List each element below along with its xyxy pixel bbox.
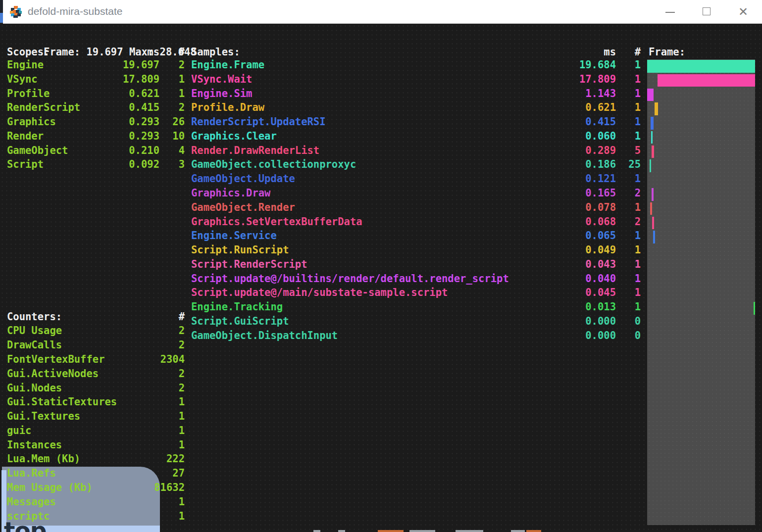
minimize-icon — [665, 12, 675, 13]
window-title: defold-mira-substate — [28, 5, 122, 17]
sample-row: VSync.Wait17.8091 — [0, 72, 762, 87]
clipped-text-fragment — [313, 530, 320, 532]
sample-count: 1 — [0, 286, 641, 300]
sample-count: 1 — [0, 87, 641, 101]
close-icon: ✕ — [738, 5, 748, 19]
sample-row: GameObject.Render0.0781 — [0, 200, 762, 215]
minimize-button[interactable] — [659, 0, 681, 24]
sample-row: Engine.Tracking0.0131 — [0, 300, 762, 314]
sample-count: 1 — [0, 229, 641, 243]
counter-row: Gui.Nodes2 — [0, 381, 762, 395]
counter-value: 81632 — [0, 481, 185, 495]
sample-count: 1 — [0, 243, 641, 257]
counter-value: 1 — [0, 495, 185, 509]
sample-count: 1 — [0, 200, 641, 215]
counter-value: 1 — [0, 395, 185, 409]
sample-count: 5 — [0, 144, 641, 158]
sample-count: 1 — [0, 129, 641, 144]
counter-row: Messages1 — [0, 495, 762, 509]
sample-count: 1 — [0, 58, 641, 72]
sample-row: Script.RunScript0.0491 — [0, 243, 762, 257]
frame-graph-title: Frame: — [649, 45, 685, 59]
counter-row: Gui.StaticTextures1 — [0, 395, 762, 409]
sample-row: Graphics.SetVertexBufferData0.0682 — [0, 215, 762, 229]
counter-value: 2304 — [0, 352, 185, 367]
sample-row: Engine.Frame19.6841 — [0, 58, 762, 72]
clipped-text-fragment — [511, 530, 525, 532]
sample-row: Engine.Sim1.1431 — [0, 87, 762, 101]
clipped-text-fragment — [409, 530, 435, 532]
counter-row: Lua.Refs27 — [0, 466, 762, 481]
sample-row: Graphics.Draw0.1652 — [0, 186, 762, 200]
sample-row: Profile.Draw0.6211 — [0, 100, 762, 115]
sample-row: Script.update@/builtins/render/default.r… — [0, 272, 762, 286]
sample-count: 1 — [0, 172, 641, 186]
counter-value: 27 — [0, 466, 185, 481]
sample-count: 1 — [0, 100, 641, 115]
counter-value: 1 — [0, 409, 185, 424]
sample-row: Script.update@/main/substate-sample.scri… — [0, 286, 762, 300]
sample-count: 1 — [0, 257, 641, 272]
close-button[interactable]: ✕ — [732, 0, 755, 24]
sample-row: GameObject.collectionproxyc0.18625 — [0, 157, 762, 172]
sample-row: Render.DrawRenderList0.2895 — [0, 144, 762, 158]
counter-row: Instances1 — [0, 438, 762, 452]
samples-header: Samples: ms # Frame: — [0, 45, 762, 59]
counter-value: 2 — [0, 367, 185, 381]
sample-count: 2 — [0, 215, 641, 229]
clipped-text-fragment — [456, 530, 483, 532]
maximize-button[interactable] — [695, 0, 718, 24]
counter-row: guic1 — [0, 424, 762, 438]
counter-value: 1 — [0, 438, 185, 452]
sample-row: RenderScript.UpdateRSI0.4151 — [0, 115, 762, 129]
maximize-icon — [703, 7, 711, 15]
counter-row: Gui.Textures1 — [0, 409, 762, 424]
sample-count: 1 — [0, 300, 641, 314]
sample-row: GameObject.Update0.1211 — [0, 172, 762, 186]
sample-row: Graphics.Clear0.0601 — [0, 129, 762, 144]
counter-value: 1 — [0, 509, 185, 524]
counter-value: 2 — [0, 381, 185, 395]
counter-row: Gui.ActiveNodes2 — [0, 367, 762, 381]
sample-row: Engine.Service0.0651 — [0, 229, 762, 243]
counter-row: scriptc1 — [0, 509, 762, 524]
window-titlebar[interactable]: defold-mira-substate ✕ — [0, 0, 762, 24]
clipped-text-fragment — [378, 530, 404, 532]
counter-value: 222 — [0, 452, 185, 466]
sample-count: 25 — [0, 157, 641, 172]
sample-row: Script.RenderScript0.0431 — [0, 257, 762, 272]
counter-value: 2 — [0, 324, 185, 338]
counter-row: FontVertexBuffer2304 — [0, 352, 762, 367]
counter-row: Mem Usage (Kb)81632 — [0, 481, 762, 495]
counter-row: DrawCalls2 — [0, 338, 762, 352]
sample-count: 1 — [0, 72, 641, 87]
clipped-text-fragment — [526, 530, 541, 532]
clipped-text-fragment — [338, 530, 345, 532]
profiler-content: top Frame: 19.697 Max: 28.648 Scopes: ms… — [0, 24, 762, 532]
profiler-window: defold-mira-substate ✕ top Frame: 19.697… — [0, 0, 762, 532]
background-window-accent — [0, 13, 3, 23]
sample-count: 1 — [0, 115, 641, 129]
counter-value: 1 — [0, 424, 185, 438]
frame-summary: Frame: 19.697 Max: 28.648 — [7, 31, 197, 45]
counter-value: 2 — [0, 338, 185, 352]
defold-logo-icon — [9, 5, 23, 19]
counter-row: Lua.Mem (Kb)222 — [0, 452, 762, 466]
samples-count-column-header: # — [0, 45, 641, 59]
sample-count: 1 — [0, 272, 641, 286]
counter-row: CPU Usage2 — [0, 324, 762, 338]
sample-count: 2 — [0, 186, 641, 200]
